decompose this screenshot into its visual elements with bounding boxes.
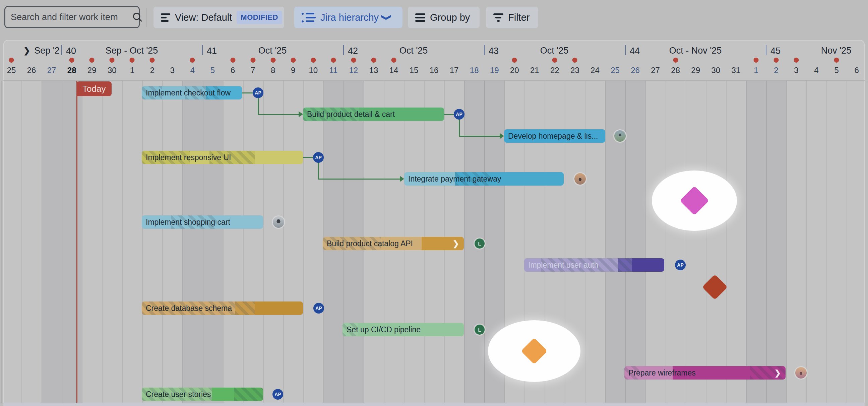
gantt-bar[interactable]: Implement checkout flow [142, 86, 242, 99]
assignee-avatar[interactable] [614, 130, 626, 142]
gantt-bar[interactable]: Implement shopping cart [142, 215, 263, 229]
gantt-bar[interactable]: Implement responsive UI [142, 151, 303, 164]
dependency-arrow-icon [500, 133, 504, 139]
bar-segment [212, 387, 234, 401]
bar-segment [235, 302, 255, 315]
assignee-avatar[interactable] [273, 216, 284, 228]
bar-segment [632, 258, 664, 272]
gantt-bar[interactable]: Build product detail & cart [303, 107, 444, 121]
task-label: Develop homepage & lis... [508, 129, 598, 143]
task-label: Implement user auth [528, 258, 598, 272]
dependency-arrow-icon [400, 176, 404, 182]
bar-segment [492, 172, 564, 186]
task-label: Set up CI/CD pipeline [346, 323, 421, 336]
assignee-avatar[interactable] [795, 367, 807, 378]
bar-segment [255, 302, 303, 315]
scrollbar-strip[interactable] [3, 403, 865, 406]
bar-segment [255, 151, 303, 164]
dependency-line-h [459, 136, 500, 137]
bar-segment [234, 387, 263, 401]
gantt-bar[interactable]: Implement user auth [524, 258, 664, 272]
assignee-avatar[interactable] [575, 173, 586, 185]
dependency-line-h [258, 114, 299, 115]
bar-chevron-icon: ❯ [453, 237, 459, 250]
gantt-bar[interactable]: Create user stories [142, 387, 263, 401]
today-line [76, 81, 78, 406]
assignee-avatar[interactable]: AP [454, 109, 465, 120]
task-label: Prepare wireframes [628, 366, 696, 379]
task-label: Build product catalog API [327, 237, 413, 250]
task-label: Integrate payment gateway [408, 172, 501, 186]
dependency-line-h [318, 179, 400, 180]
assignee-avatar[interactable]: AP [313, 303, 324, 314]
gantt-bar[interactable]: Set up CI/CD pipeline [342, 323, 464, 336]
assignee-avatar[interactable]: AP [253, 87, 264, 98]
assignee-avatar[interactable]: AP [313, 152, 324, 163]
task-label: Build product detail & cart [307, 107, 395, 121]
bar-segment [618, 258, 632, 272]
bar-chevron-icon: ❯ [775, 366, 781, 379]
task-label: Create database schema [146, 302, 232, 315]
spotlight-overlay [0, 0, 868, 406]
task-label: Implement shopping cart [146, 215, 230, 229]
gantt-bar[interactable]: Build product catalog API❯ [323, 237, 464, 250]
task-label: Implement checkout flow [146, 86, 230, 99]
assignee-avatar[interactable]: AP [273, 389, 283, 400]
assignee-avatar[interactable]: L [474, 239, 485, 249]
gantt-bar[interactable]: Develop homepage & lis... [504, 129, 605, 143]
today-badge: Today [76, 82, 112, 96]
gantt-bar[interactable]: Prepare wireframes❯ [624, 366, 785, 379]
gantt-bar[interactable]: Integrate payment gateway [404, 172, 564, 186]
dependency-arrow-icon [299, 111, 303, 117]
gantt-bar[interactable]: Create database schema [142, 302, 303, 315]
assignee-avatar[interactable]: L [474, 324, 485, 335]
task-label: Create user stories [146, 387, 211, 401]
assignee-avatar[interactable]: AP [675, 260, 686, 270]
task-label: Implement responsive UI [146, 151, 231, 164]
milestone-diamond[interactable] [702, 274, 727, 300]
